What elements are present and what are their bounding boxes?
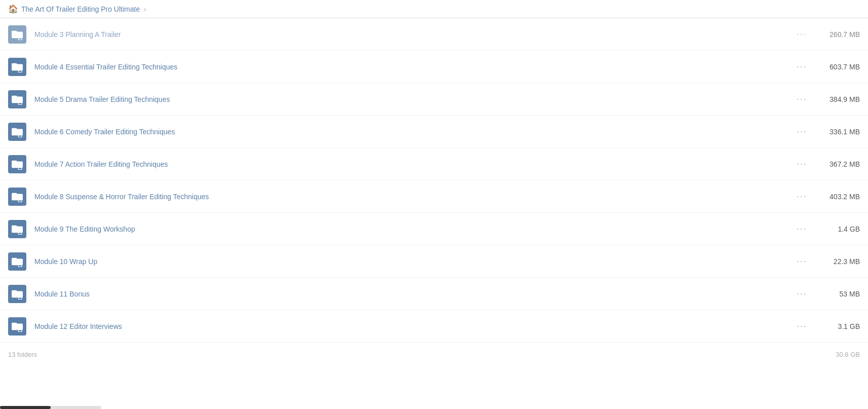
- file-size: 260.7 MB: [819, 30, 860, 39]
- folder-icon: [8, 220, 26, 238]
- folder-name: Module 10 Wrap Up: [34, 257, 797, 266]
- folder-name: Module 6 Comedy Trailer Editing Techniqu…: [34, 128, 797, 136]
- folder-icon: [8, 252, 26, 271]
- list-item[interactable]: Module 9 The Editing Workshop ··· 1.4 GB: [0, 213, 868, 245]
- folder-name: Module 3 Planning A Trailer: [34, 30, 797, 39]
- file-list: Module 3 Planning A Trailer ··· 260.7 MB…: [0, 18, 868, 343]
- file-size: 367.2 MB: [819, 160, 860, 168]
- folder-icon: [8, 317, 26, 336]
- file-size: 403.2 MB: [819, 193, 860, 201]
- list-item[interactable]: Module 10 Wrap Up ··· 22.3 MB: [0, 245, 868, 278]
- folder-icon: [8, 155, 26, 173]
- more-options-button[interactable]: ···: [797, 94, 807, 104]
- list-item[interactable]: Module 7 Action Trailer Editing Techniqu…: [0, 148, 868, 180]
- list-item[interactable]: Module 3 Planning A Trailer ··· 260.7 MB: [0, 18, 868, 51]
- file-size: 384.9 MB: [819, 95, 860, 103]
- folder-name: Module 5 Drama Trailer Editing Technique…: [34, 95, 797, 103]
- list-item[interactable]: Module 6 Comedy Trailer Editing Techniqu…: [0, 116, 868, 148]
- file-size: 3.1 GB: [819, 322, 860, 330]
- folder-name: Module 11 Bonus: [34, 290, 797, 298]
- folder-count: 13 folders: [8, 351, 37, 358]
- file-size: 22.3 MB: [819, 257, 860, 266]
- folder-icon: [8, 188, 26, 206]
- breadcrumb-bar: 🏠 The Art Of Trailer Editing Pro Ultimat…: [0, 0, 868, 18]
- folder-name: Module 12 Editor Interviews: [34, 322, 797, 330]
- more-options-button[interactable]: ···: [797, 288, 807, 299]
- more-options-button[interactable]: ···: [797, 61, 807, 72]
- list-item[interactable]: Module 12 Editor Interviews ··· 3.1 GB: [0, 310, 868, 343]
- file-size: 336.1 MB: [819, 128, 860, 136]
- total-size: 30.8 GB: [836, 351, 860, 358]
- list-item[interactable]: Module 5 Drama Trailer Editing Technique…: [0, 83, 868, 116]
- folder-icon: [8, 123, 26, 141]
- footer-row: 13 folders 30.8 GB: [0, 343, 868, 362]
- list-item[interactable]: Module 11 Bonus ··· 53 MB: [0, 278, 868, 310]
- breadcrumb-title[interactable]: The Art Of Trailer Editing Pro Ultimate: [21, 5, 140, 13]
- file-size: 603.7 MB: [819, 63, 860, 71]
- more-options-button[interactable]: ···: [797, 256, 807, 267]
- folder-icon: [8, 25, 26, 44]
- more-options-button[interactable]: ···: [797, 224, 807, 234]
- home-icon[interactable]: 🏠: [8, 4, 18, 14]
- more-options-button[interactable]: ···: [797, 191, 807, 202]
- more-options-button[interactable]: ···: [797, 321, 807, 331]
- file-size: 53 MB: [819, 290, 860, 298]
- folder-name: Module 7 Action Trailer Editing Techniqu…: [34, 160, 797, 168]
- file-size: 1.4 GB: [819, 225, 860, 233]
- folder-icon: [8, 285, 26, 303]
- folder-name: Module 9 The Editing Workshop: [34, 225, 797, 233]
- more-options-button[interactable]: ···: [797, 29, 807, 40]
- more-options-button[interactable]: ···: [797, 159, 807, 169]
- more-options-button[interactable]: ···: [797, 126, 807, 137]
- folder-icon: [8, 90, 26, 108]
- folder-name: Module 8 Suspense & Horror Trailer Editi…: [34, 193, 797, 201]
- list-item[interactable]: Module 8 Suspense & Horror Trailer Editi…: [0, 180, 868, 213]
- chevron-icon: ›: [144, 5, 146, 13]
- folder-icon: [8, 58, 26, 76]
- list-item[interactable]: Module 4 Essential Trailer Editing Techn…: [0, 51, 868, 83]
- folder-name: Module 4 Essential Trailer Editing Techn…: [34, 63, 797, 71]
